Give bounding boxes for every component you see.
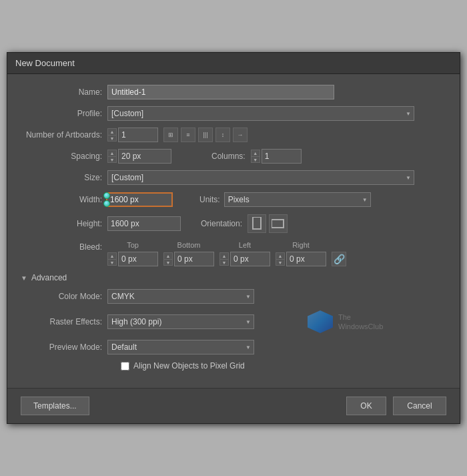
bleed-label: Bleed: [21, 242, 107, 252]
name-input[interactable] [107, 85, 334, 99]
spacing-label: Spacing: [21, 152, 107, 161]
bleed-top-down[interactable]: ▼ [107, 259, 117, 266]
bleed-bottom-down[interactable]: ▼ [163, 259, 173, 266]
bleed-right-col: Right ▲ ▼ [276, 241, 326, 266]
bleed-right-input[interactable] [286, 252, 326, 266]
ok-button[interactable]: OK [346, 397, 386, 415]
orientation-label: Orientation: [201, 219, 242, 228]
align-checkbox[interactable] [121, 362, 129, 371]
profile-select[interactable]: [Custom] [107, 106, 414, 121]
columns-label: Columns: [211, 152, 246, 161]
preview-select[interactable]: Default Pixel Overprint [107, 340, 254, 354]
spacing-input[interactable] [118, 149, 171, 164]
size-label: Size: [21, 173, 107, 182]
bleed-right-arrows: ▲ ▼ [276, 252, 285, 266]
spacing-up-arrow[interactable]: ▲ [107, 150, 117, 156]
bleed-left-input[interactable] [230, 252, 270, 266]
bleed-bottom-col: Bottom ▲ ▼ [163, 241, 214, 266]
height-label: Height: [21, 219, 107, 228]
green-dots [103, 192, 110, 208]
bleed-link-button[interactable]: 🔗 [332, 252, 346, 266]
spacing-spinner: ▲ ▼ [107, 149, 171, 164]
profile-select-wrapper: [Custom] [107, 106, 414, 121]
green-dot-bottom [103, 200, 110, 207]
bleed-inputs: Top ▲ ▼ Bottom ▲ [107, 240, 346, 266]
artboard-row-icon[interactable]: ≡ [181, 128, 195, 142]
spacing-row: Spacing: ▲ ▼ Columns: ▲ ▼ [21, 149, 446, 164]
watermark-text: TheWindowsClub [338, 312, 383, 332]
units-select[interactable]: Pixels Inches Millimeters [224, 192, 371, 207]
color-mode-select-wrapper: CMYK RGB [107, 289, 254, 304]
raster-select-wrapper: High (300 ppi) Medium (150 ppi) Low (72 … [107, 314, 254, 329]
columns-input[interactable] [262, 149, 302, 164]
spacing-arrows: ▲ ▼ [107, 150, 117, 163]
artboards-down-arrow[interactable]: ▼ [107, 135, 117, 142]
color-mode-select[interactable]: CMYK RGB [107, 289, 254, 304]
bleed-bottom-label: Bottom [177, 241, 201, 249]
title-bar: New Document [7, 53, 460, 74]
height-row: Height: Orientation: [21, 214, 446, 233]
templates-button[interactable]: Templates... [21, 397, 89, 415]
bleed-left-spinner: ▲ ▼ [219, 252, 270, 266]
watermark-icon [308, 310, 333, 333]
orientation-section: Orientation: [201, 214, 288, 233]
profile-row: Profile: [Custom] [21, 106, 446, 121]
raster-select[interactable]: High (300 ppi) Medium (150 ppi) Low (72 … [107, 314, 254, 329]
bleed-right-up[interactable]: ▲ [276, 252, 285, 259]
columns-arrows: ▲ ▼ [251, 150, 260, 163]
artboards-up-arrow[interactable]: ▲ [107, 128, 117, 135]
columns-down-arrow[interactable]: ▼ [251, 156, 260, 163]
raster-row: Raster Effects: High (300 ppi) Medium (1… [34, 310, 446, 333]
green-dot-top [103, 192, 110, 199]
svg-rect-1 [272, 220, 284, 228]
artboard-next-icon[interactable]: → [233, 128, 248, 142]
artboards-spinner: ▲ ▼ [107, 128, 158, 142]
width-row: Width: Units: Pixels Inches Millimeters [21, 192, 446, 208]
bleed-top-up[interactable]: ▲ [107, 252, 117, 259]
height-input[interactable] [107, 216, 181, 231]
new-document-dialog: New Document Name: Profile: [Custom] Num… [7, 52, 460, 424]
advanced-label: Advanced [31, 273, 67, 282]
svg-rect-0 [253, 217, 261, 229]
size-select[interactable]: [Custom] [107, 170, 414, 185]
artboards-row: Number of Artboards: ▲ ▼ ⊞ ≡ ||| ↕ → [21, 128, 446, 142]
portrait-icon [252, 217, 262, 230]
bleed-right-down[interactable]: ▼ [276, 259, 285, 266]
cancel-button[interactable]: Cancel [393, 397, 446, 415]
columns-up-arrow[interactable]: ▲ [251, 150, 260, 156]
spacing-down-arrow[interactable]: ▼ [107, 156, 117, 163]
preview-label: Preview Mode: [34, 342, 107, 352]
bleed-top-label: Top [127, 241, 139, 249]
name-label: Name: [21, 87, 107, 97]
bleed-bottom-up[interactable]: ▲ [163, 252, 173, 259]
dialog-footer: Templates... OK Cancel [7, 388, 460, 423]
align-checkbox-row: Align New Objects to Pixel Grid [121, 361, 446, 371]
advanced-header[interactable]: ▼ Advanced [21, 273, 446, 282]
profile-label: Profile: [21, 109, 107, 118]
bleed-left-down[interactable]: ▼ [219, 259, 229, 266]
artboard-col-icon[interactable]: ||| [198, 128, 213, 142]
bleed-bottom-arrows: ▲ ▼ [163, 252, 173, 266]
artboards-input[interactable] [118, 128, 158, 142]
width-label: Width: [21, 195, 107, 204]
bleed-right-spinner: ▲ ▼ [276, 252, 326, 266]
preview-mode-row: Preview Mode: Default Pixel Overprint [34, 340, 446, 354]
units-section: Units: Pixels Inches Millimeters [199, 192, 371, 207]
artboards-label: Number of Artboards: [21, 130, 107, 140]
portrait-button[interactable] [248, 214, 266, 233]
bleed-top-col: Top ▲ ▼ [107, 241, 158, 266]
width-input[interactable] [106, 192, 173, 207]
artboard-grid-icon[interactable]: ⊞ [163, 128, 178, 142]
preview-select-wrapper: Default Pixel Overprint [107, 340, 254, 354]
artboard-arrange-icon[interactable]: ↕ [215, 128, 230, 142]
size-row: Size: [Custom] [21, 170, 446, 185]
bleed-left-up[interactable]: ▲ [219, 252, 229, 259]
landscape-button[interactable] [269, 214, 288, 233]
width-input-area [107, 192, 173, 208]
bleed-columns-container: Top ▲ ▼ Bottom ▲ [107, 240, 346, 266]
footer-right-buttons: OK Cancel [346, 397, 446, 415]
bleed-bottom-input[interactable] [174, 252, 214, 266]
bleed-top-input[interactable] [118, 252, 158, 266]
units-select-wrapper: Pixels Inches Millimeters [224, 192, 371, 207]
artboards-arrows: ▲ ▼ [107, 128, 117, 142]
